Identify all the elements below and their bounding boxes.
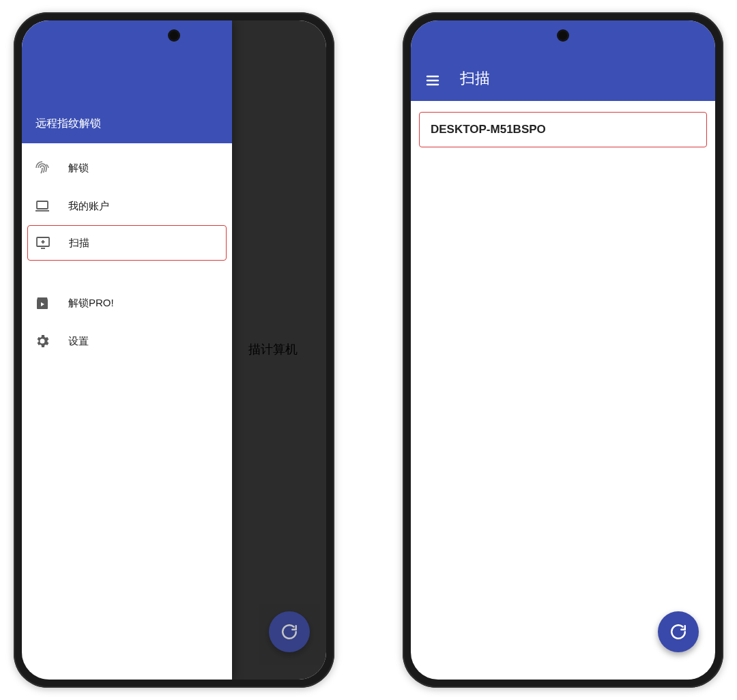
drawer-item-unlock[interactable]: 解锁 <box>22 149 232 187</box>
phone-mock-left: 描计算机 公众号:优Store 远程指纹解锁 <box>14 12 334 688</box>
laptop-icon <box>34 198 50 214</box>
drawer-item-label: 我的账户 <box>68 200 109 213</box>
screen-right: 扫描 DESKTOP-M51BSPO <box>411 20 715 680</box>
drawer-item-pro[interactable]: 解锁PRO! <box>22 284 232 322</box>
phone-mock-right: 扫描 DESKTOP-M51BSPO <box>403 12 723 688</box>
drawer-item-accounts[interactable]: 我的账户 <box>22 187 232 225</box>
hamburger-icon[interactable] <box>424 72 441 89</box>
drawer-item-label: 扫描 <box>69 237 89 250</box>
screen-left: 描计算机 公众号:优Store 远程指纹解锁 <box>22 20 326 680</box>
add-monitor-icon <box>35 235 51 251</box>
fingerprint-icon <box>34 160 50 176</box>
page-title: 扫描 <box>460 68 490 89</box>
svg-rect-0 <box>37 201 48 209</box>
gear-icon <box>34 333 50 349</box>
drawer-item-settings[interactable]: 设置 <box>22 322 232 360</box>
refresh-icon <box>669 623 687 641</box>
app-bar: 扫描 <box>411 20 715 101</box>
scan-result-list: DESKTOP-M51BSPO <box>411 101 715 158</box>
drawer-item-scan[interactable]: 扫描 <box>27 225 227 261</box>
refresh-icon <box>280 623 298 641</box>
navigation-drawer: 远程指纹解锁 解锁 <box>22 20 232 680</box>
scan-result-name: DESKTOP-M51BSPO <box>431 123 546 136</box>
refresh-fab[interactable] <box>658 611 699 652</box>
drawer-divider-gap <box>22 261 232 284</box>
drawer-items: 解锁 我的账户 <box>22 143 232 360</box>
drawer-item-label: 解锁PRO! <box>68 297 114 310</box>
drawer-title: 远程指纹解锁 <box>35 117 101 131</box>
refresh-fab[interactable] <box>269 611 310 652</box>
drawer-header: 远程指纹解锁 <box>22 20 232 143</box>
background-partial-text: 描计算机 <box>248 341 298 358</box>
scan-result-item[interactable]: DESKTOP-M51BSPO <box>419 112 707 147</box>
drawer-item-label: 设置 <box>68 335 89 348</box>
store-icon <box>34 295 50 311</box>
drawer-item-label: 解锁 <box>68 162 89 175</box>
